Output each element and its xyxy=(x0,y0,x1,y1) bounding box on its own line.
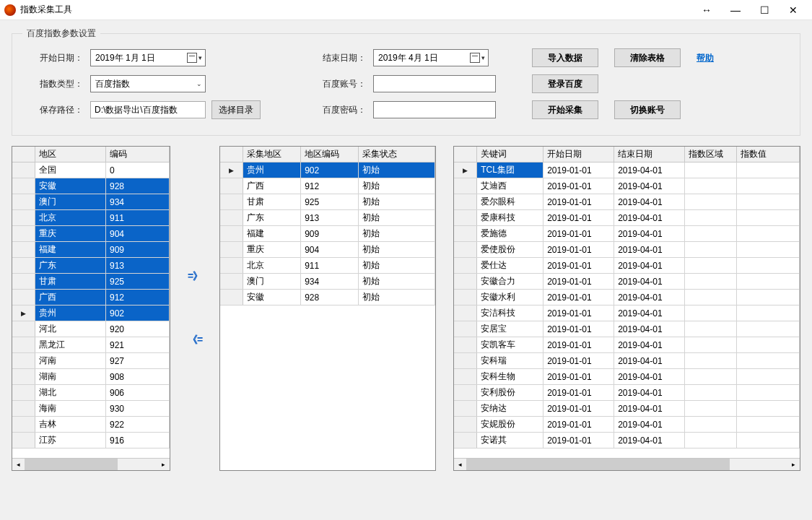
table-row[interactable]: 湖北906 xyxy=(12,385,170,401)
col-region[interactable]: 地区 xyxy=(35,147,106,162)
table-row[interactable]: 爱施德2019-01-012019-04-01 xyxy=(454,226,800,242)
row-header xyxy=(220,242,243,257)
table-row[interactable]: 广西912 xyxy=(12,290,170,306)
login-baidu-button[interactable]: 登录百度 xyxy=(532,74,598,93)
table-row[interactable]: TCL集团2019-01-012019-04-01 xyxy=(454,162,800,178)
table-row[interactable]: 福建909初始 xyxy=(220,226,435,242)
col-collect-region[interactable]: 采集地区 xyxy=(243,147,301,162)
table-row[interactable]: 安洁科技2019-01-012019-04-01 xyxy=(454,306,800,321)
row-header xyxy=(12,306,35,321)
table-row[interactable]: 澳门934初始 xyxy=(220,274,435,290)
table-row[interactable]: 安徽水利2019-01-012019-04-01 xyxy=(454,290,800,306)
table-row[interactable]: 甘肃925 xyxy=(12,274,170,290)
table-row[interactable]: 安徽928初始 xyxy=(220,290,435,306)
help-link[interactable]: 帮助 xyxy=(697,52,714,64)
table-row[interactable]: 安徽合力2019-01-012019-04-01 xyxy=(454,274,800,290)
table-row[interactable]: 北京911初始 xyxy=(220,258,435,274)
col-code[interactable]: 编码 xyxy=(106,147,170,162)
table-row[interactable]: 重庆904 xyxy=(12,226,170,242)
keyword-grid[interactable]: 关键词 开始日期 结束日期 指数区域 指数值 TCL集团2019-01-0120… xyxy=(453,146,800,471)
clear-table-button[interactable]: 清除表格 xyxy=(614,48,681,67)
choose-dir-button[interactable]: 选择目录 xyxy=(211,100,261,119)
table-row[interactable]: 安科生物2019-01-012019-04-01 xyxy=(454,369,800,385)
table-row[interactable]: 爱尔眼科2019-01-012019-04-01 xyxy=(454,194,800,210)
table-row[interactable]: 澳门934 xyxy=(12,194,170,210)
row-header xyxy=(12,433,35,448)
table-row[interactable]: 黑龙江921 xyxy=(12,337,170,353)
index-type-select[interactable]: 百度指数 ⌄ xyxy=(90,75,206,92)
row-header xyxy=(12,274,35,289)
end-date-picker[interactable]: 2019年 4月 1日 ▾ xyxy=(373,49,489,66)
col-keyword[interactable]: 关键词 xyxy=(477,147,543,162)
chevron-down-icon: ▾ xyxy=(481,54,485,61)
table-row[interactable]: 安纳达2019-01-012019-04-01 xyxy=(454,401,800,417)
table-row[interactable]: 广东913初始 xyxy=(220,210,435,226)
col-value[interactable]: 指数值 xyxy=(737,147,800,162)
resize-icon: ↔ xyxy=(692,4,721,16)
table-row[interactable]: 爱仕达2019-01-012019-04-01 xyxy=(454,258,800,274)
table-row[interactable]: 安利股份2019-01-012019-04-01 xyxy=(454,385,800,401)
col-area[interactable]: 指数区域 xyxy=(685,147,737,162)
index-type-label: 指数类型： xyxy=(25,78,90,90)
table-row[interactable]: 江苏916 xyxy=(12,433,170,448)
table-row[interactable]: 吉林922 xyxy=(12,417,170,433)
col-collect-status[interactable]: 采集状态 xyxy=(359,147,435,162)
start-date-label: 开始日期： xyxy=(25,52,90,64)
import-data-button[interactable]: 导入数据 xyxy=(532,48,598,67)
region-grid[interactable]: 地区 编码 全国0安徽928澳门934北京911重庆904福建909广东913甘… xyxy=(12,146,170,471)
row-header xyxy=(12,353,35,368)
table-row[interactable]: 安居宝2019-01-012019-04-01 xyxy=(454,321,800,337)
table-row[interactable]: 广西912初始 xyxy=(220,178,435,194)
table-row[interactable]: 爱使股份2019-01-012019-04-01 xyxy=(454,242,800,258)
col-start[interactable]: 开始日期 xyxy=(543,147,614,162)
start-date-picker[interactable]: 2019年 1月 1日 ▾ xyxy=(90,49,206,66)
row-header xyxy=(454,210,477,225)
table-row[interactable]: 广东913 xyxy=(12,258,170,274)
save-path-field[interactable]: D:\数据导出\百度指数 xyxy=(90,101,206,118)
table-row[interactable]: 安科瑞2019-01-012019-04-01 xyxy=(454,353,800,369)
table-row[interactable]: 全国0 xyxy=(12,162,170,178)
row-header xyxy=(454,162,477,178)
table-row[interactable]: 重庆904初始 xyxy=(220,242,435,258)
row-header xyxy=(12,290,35,305)
table-row[interactable]: 河南927 xyxy=(12,353,170,369)
row-header xyxy=(12,178,35,194)
table-row[interactable]: 安徽928 xyxy=(12,178,170,194)
row-header xyxy=(12,337,35,352)
table-row[interactable]: 海南930 xyxy=(12,401,170,417)
h-scrollbar[interactable]: ◂▸ xyxy=(12,458,170,470)
table-row[interactable]: 贵州902 xyxy=(12,306,170,321)
maximize-button[interactable]: ☐ xyxy=(750,0,779,20)
table-row[interactable]: 甘肃925初始 xyxy=(220,194,435,210)
collect-grid[interactable]: 采集地区 地区编码 采集状态 贵州902初始广西912初始甘肃925初始广东91… xyxy=(219,146,436,471)
row-header xyxy=(220,210,243,225)
baidu-password-label: 百度密码： xyxy=(308,104,373,116)
table-row[interactable]: 爱康科技2019-01-012019-04-01 xyxy=(454,210,800,226)
chevron-down-icon: ⌄ xyxy=(196,80,202,87)
row-header xyxy=(454,178,477,194)
switch-account-button[interactable]: 切换账号 xyxy=(614,100,681,119)
table-row[interactable]: 安凯客车2019-01-012019-04-01 xyxy=(454,337,800,353)
col-end[interactable]: 结束日期 xyxy=(614,147,685,162)
table-row[interactable]: 湖南908 xyxy=(12,369,170,385)
table-row[interactable]: 安诺其2019-01-012019-04-01 xyxy=(454,433,800,448)
table-row[interactable]: 河北920 xyxy=(12,321,170,337)
close-button[interactable]: ✕ xyxy=(779,0,808,20)
baidu-password-input[interactable] xyxy=(373,101,496,118)
row-header-corner xyxy=(220,147,243,162)
move-right-button[interactable]: =》 xyxy=(188,270,202,283)
minimize-button[interactable]: — xyxy=(721,0,750,20)
start-collect-button[interactable]: 开始采集 xyxy=(532,100,598,119)
table-row[interactable]: 安妮股份2019-01-012019-04-01 xyxy=(454,417,800,433)
table-row[interactable]: 福建909 xyxy=(12,242,170,258)
row-header xyxy=(454,353,477,368)
h-scrollbar[interactable]: ◂▸ xyxy=(454,458,800,470)
row-header xyxy=(220,162,243,178)
table-row[interactable]: 艾迪西2019-01-012019-04-01 xyxy=(454,178,800,194)
table-row[interactable]: 北京911 xyxy=(12,210,170,226)
baidu-account-input[interactable] xyxy=(373,75,496,92)
col-collect-code[interactable]: 地区编码 xyxy=(301,147,359,162)
table-row[interactable]: 贵州902初始 xyxy=(220,162,435,178)
row-header-corner xyxy=(12,147,35,162)
move-left-button[interactable]: 《= xyxy=(188,334,202,347)
